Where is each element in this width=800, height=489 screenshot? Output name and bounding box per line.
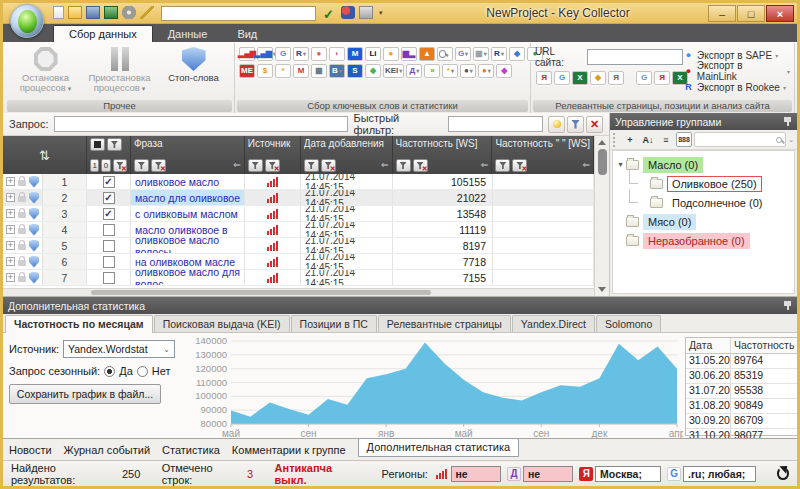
export-excel-icon[interactable] [104,6,118,19]
refresh-icon[interactable] [777,467,789,480]
stat-tab-solomono[interactable]: Solomono [596,315,661,332]
freq-col-value[interactable]: Частотность [731,338,797,353]
mail-ru-icon[interactable]: M [347,47,363,61]
keyword-row[interactable]: 6 на оливковом масле 21.07.2014 14:45:15… [3,254,594,270]
shield-icon[interactable] [29,272,39,284]
row-checkbox[interactable] [103,176,115,188]
kei-icon[interactable]: KEI [383,64,404,78]
excel-export-icon[interactable]: X [572,71,588,85]
group-label[interactable]: Оливковое (250) [667,176,762,192]
clear-filter-icon[interactable] [321,159,336,172]
phrase-cell[interactable]: на оливковом масле [131,254,245,269]
pin-column-icon[interactable]: ⇐ [481,161,489,170]
group-label[interactable]: Мясо (0) [643,214,696,230]
row-checkbox[interactable] [103,272,115,284]
stat-tab-direct[interactable]: Yandex.Direct [512,315,595,332]
keyword-row[interactable]: 4 масло оливковое в 21.07.2014 14:45:15 … [3,222,594,238]
toolbar-expander-icon[interactable]: ⌄ [788,136,794,144]
filter-hint-icon[interactable] [548,116,565,133]
seasonal-yes-radio[interactable] [104,366,115,377]
sort-az-icon[interactable]: A↓ [640,132,656,147]
stat-tab-kei[interactable]: Поисковая выдача (KEI) [154,315,290,332]
shield-icon[interactable] [29,192,39,204]
row-checkbox[interactable] [103,240,115,252]
freq-col-date[interactable]: Дата [686,338,731,353]
group-label[interactable]: Подсолнечное (0) [667,195,768,211]
phrase-cell[interactable]: оливковое масло [131,174,245,189]
check-on-icon[interactable]: 1 [90,159,99,172]
export-mainlink-button[interactable]: ● Экспорт в MainLink [683,63,790,79]
group-label[interactable]: Неразобранное (0) [643,233,750,249]
screenshot-icon[interactable]: ▦ [473,47,489,61]
minimize-button[interactable]: – [708,5,736,22]
metrika-icon[interactable]: ME [239,64,255,78]
row-checkbox[interactable] [103,224,115,236]
bottom-tab-dop-statistika[interactable]: Дополнительная статистика [358,438,520,457]
phrase-cell[interactable]: с оливковым маслом [131,206,245,221]
filter-icon[interactable] [396,159,411,172]
toolbar-overflow-icon[interactable]: ▾ [379,9,383,17]
clear-check-filter-icon[interactable] [113,159,127,172]
row-checkbox[interactable] [103,192,115,204]
google-adwords-icon[interactable]: G [275,47,291,61]
keys-icon[interactable]: » [424,64,440,78]
page-analysis-icon[interactable]: ◗ [329,47,345,61]
pin-column-icon[interactable]: ⇐ [233,161,241,170]
rookee-r-icon[interactable]: R [491,47,507,61]
bottom-tab-zhurnal[interactable]: Журнал событий [64,444,150,456]
tree-group-maslo[interactable]: Масло (0) [615,155,792,174]
clear-filter-icon[interactable] [586,116,603,133]
maps-icon[interactable]: ◆ [365,64,381,78]
rambler-sun-icon[interactable]: ● [478,64,494,78]
rambler-adstat-icon[interactable]: R [293,47,309,61]
close-button[interactable]: × [766,5,794,22]
column-checkbox-header[interactable]: 10 [87,136,131,174]
counter-badge-icon[interactable]: 888 [676,132,692,147]
save-chart-button[interactable]: Сохранить график в файл... [9,384,161,404]
region-yandex-chip[interactable]: Москва; .ru; [579,466,661,482]
keyword-row[interactable]: 7 оливковое масло для волос 21.07.2014 1… [3,270,594,286]
group-label[interactable]: Масло (0) [643,157,703,173]
calculator-icon[interactable]: ▦ [311,64,327,78]
apply-filter-icon[interactable] [567,116,584,133]
phrase-cell[interactable]: оливковое масло волосы [131,238,245,253]
stats-bubbles-icon[interactable]: ● [311,47,327,61]
yandex-kei-icon[interactable]: Я [608,71,624,85]
bottom-tab-statistika[interactable]: Статистика [162,444,220,456]
source-select[interactable]: Yandex.Wordstat [63,340,175,358]
tree-group-olivkovoe[interactable]: Оливковое (250) [615,174,792,193]
capture-icon[interactable] [341,6,355,19]
group-search-input[interactable] [694,132,786,147]
phrase-cell[interactable]: оливковое масло для волос [131,270,245,285]
open-project-icon[interactable] [68,6,82,19]
pin-column-icon[interactable]: ⇐ [381,161,389,170]
tree-group-podsolnechnoe[interactable]: Подсолнечное (0) [615,193,792,212]
shield-icon[interactable] [29,224,39,236]
tab-dannye[interactable]: Данные [153,26,223,42]
stop-words-button[interactable]: Стоп-слова [158,45,230,99]
hand-add-icon[interactable]: * [275,64,291,78]
trend-chart-icon[interactable]: ▲ [419,47,435,61]
stop-processes-button[interactable]: Остановка процессов [10,45,82,99]
region-wordstat-chip[interactable]: не задан [435,466,501,482]
region-direct-chip[interactable]: не задан [507,466,573,482]
select-all-icon[interactable] [90,138,105,151]
tab-sbor-dannyh[interactable]: Сбор данных [53,25,153,42]
wizard-wand-icon[interactable] [140,6,154,19]
liveinternet-icon[interactable]: Li [365,47,381,61]
pin-panel-icon[interactable] [783,300,792,311]
webeffector-icon[interactable]: ● [383,47,399,61]
google-relevant-icon[interactable]: G [554,71,570,85]
scroll-down-icon[interactable] [598,287,606,292]
filter-icon[interactable] [304,159,319,172]
column-settings-header[interactable]: ⇅ [3,136,87,174]
clean-broom-icon[interactable]: ◆ [590,71,606,85]
pause-processes-button[interactable]: Приостановка процессов [84,45,156,99]
yandex-wordstat-icon[interactable]: ▂▄▆ [239,47,255,61]
keyword-row[interactable]: 1 оливковое масло 21.07.2014 14:45:15 10… [3,174,594,190]
site-url-input[interactable] [587,49,683,65]
yandex-direct-icon[interactable]: Д [406,64,422,78]
report-icon[interactable] [359,6,373,19]
pin-panel-icon[interactable] [783,116,792,127]
sape-dollar-icon[interactable]: $ [257,64,273,78]
